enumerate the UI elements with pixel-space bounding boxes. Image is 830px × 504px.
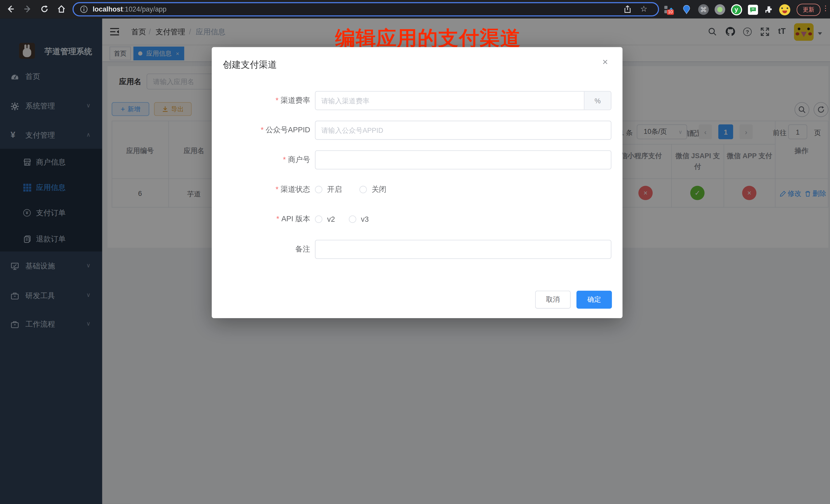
browser-update-button[interactable]: 更新 bbox=[797, 4, 821, 15]
url-host: localhost bbox=[93, 5, 123, 13]
screen: localhost:1024/pay/app ☆ 10 ⌘ y bbox=[0, 0, 830, 504]
status-label-text: 渠道状态 bbox=[280, 185, 310, 193]
ext-y-icon[interactable]: y bbox=[731, 4, 742, 15]
form-row-status: *渠道状态 开启 关闭 bbox=[212, 180, 622, 199]
create-payment-channel-dialog: 创建支付渠道 × *渠道费率 % *公众号APPID *商户号 *渠道状 bbox=[212, 47, 622, 318]
browser-home-icon[interactable] bbox=[55, 3, 68, 15]
merchant-label-text: 商户号 bbox=[288, 155, 310, 163]
rate-label: *渠道费率 bbox=[212, 96, 310, 105]
rate-input[interactable] bbox=[315, 91, 611, 110]
required-mark: * bbox=[276, 214, 279, 223]
remark-label: 备注 bbox=[212, 245, 310, 254]
appid-input-wrap bbox=[315, 121, 611, 140]
appid-input[interactable] bbox=[315, 121, 611, 140]
ext-tabs-icon[interactable]: 10 bbox=[663, 4, 674, 15]
address-bar[interactable]: localhost:1024/pay/app ☆ bbox=[72, 2, 659, 17]
ext-emoji-icon[interactable] bbox=[779, 4, 790, 15]
confirm-label: 确定 bbox=[587, 295, 601, 304]
cancel-label: 取消 bbox=[546, 295, 560, 304]
url-path: :1024/pay/app bbox=[123, 5, 166, 13]
merchant-label: *商户号 bbox=[212, 155, 310, 165]
radio-v2-label[interactable]: v2 bbox=[327, 215, 335, 223]
browser-reload-icon[interactable] bbox=[38, 3, 51, 15]
ext-badge: 10 bbox=[667, 9, 674, 15]
update-label: 更新 bbox=[803, 6, 815, 14]
form-row-rate: *渠道费率 % bbox=[212, 91, 622, 110]
appid-label-text: 公众号APPID bbox=[266, 125, 310, 134]
api-version-label: *API 版本 bbox=[212, 214, 310, 224]
ext-balloon-icon[interactable] bbox=[681, 4, 692, 15]
merchant-input-wrap bbox=[315, 150, 611, 169]
rate-label-text: 渠道费率 bbox=[280, 96, 310, 104]
required-mark: * bbox=[276, 185, 278, 193]
browser-back-icon[interactable] bbox=[4, 3, 17, 15]
form-row-api-version: *API 版本 v2 v3 bbox=[212, 210, 622, 229]
remark-input[interactable] bbox=[315, 240, 611, 259]
rate-input-wrap: % bbox=[315, 91, 611, 110]
cancel-button[interactable]: 取消 bbox=[535, 291, 571, 309]
form-row-appid: *公众号APPID bbox=[212, 121, 622, 140]
browser-forward-icon[interactable] bbox=[21, 3, 34, 15]
radio-v3[interactable] bbox=[349, 215, 356, 223]
merchant-input[interactable] bbox=[315, 150, 611, 169]
remark-label-text: 备注 bbox=[295, 245, 310, 253]
radio-disable[interactable] bbox=[359, 186, 367, 193]
browser-toolbar: localhost:1024/pay/app ☆ 10 ⌘ y bbox=[0, 0, 830, 19]
remark-input-wrap bbox=[315, 240, 611, 259]
status-label: *渠道状态 bbox=[212, 185, 310, 194]
close-icon[interactable]: × bbox=[602, 57, 608, 68]
url-text: localhost:1024/pay/app bbox=[93, 3, 166, 15]
required-mark: * bbox=[276, 96, 278, 104]
status-radio-group: 开启 关闭 bbox=[315, 185, 387, 194]
bookmark-star-icon[interactable]: ☆ bbox=[640, 4, 647, 14]
browser-menu-kebab-icon[interactable]: ⋮ bbox=[822, 4, 829, 12]
share-icon[interactable] bbox=[624, 5, 632, 13]
radio-v3-label[interactable]: v3 bbox=[361, 215, 369, 223]
radio-enable-label[interactable]: 开启 bbox=[327, 185, 342, 194]
confirm-button[interactable]: 确定 bbox=[576, 291, 612, 309]
ext-command-icon[interactable]: ⌘ bbox=[698, 4, 709, 15]
ext-chat-icon[interactable] bbox=[747, 4, 759, 15]
ext-puzzle-icon[interactable] bbox=[763, 4, 774, 15]
radio-v2[interactable] bbox=[315, 215, 322, 223]
site-info-icon[interactable] bbox=[80, 5, 88, 13]
required-mark: * bbox=[283, 155, 286, 163]
radio-disable-label[interactable]: 关闭 bbox=[372, 185, 387, 194]
radio-enable[interactable] bbox=[315, 186, 322, 193]
required-mark: * bbox=[261, 125, 263, 134]
api-radio-group: v2 v3 bbox=[315, 215, 369, 223]
ext-record-icon[interactable] bbox=[714, 4, 726, 15]
appid-label: *公众号APPID bbox=[212, 125, 310, 135]
form-row-remark: 备注 bbox=[212, 240, 622, 259]
api-version-label-text: API 版本 bbox=[282, 214, 310, 223]
form-row-merchant: *商户号 bbox=[212, 150, 622, 169]
percent-suffix: % bbox=[584, 92, 611, 109]
dialog-title: 创建支付渠道 bbox=[223, 59, 277, 71]
